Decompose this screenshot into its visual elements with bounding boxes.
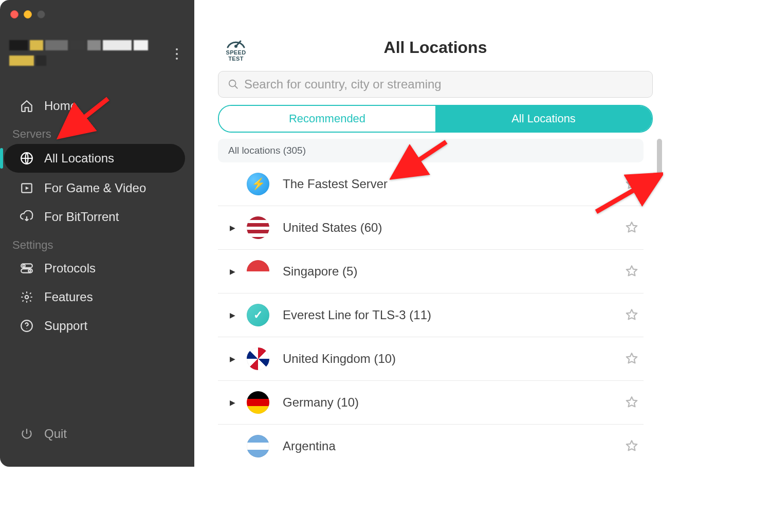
svg-point-5 (28, 270, 30, 272)
flag-icon (247, 260, 269, 283)
search-icon (228, 79, 239, 90)
main-panel: SPEED TEST All Locations Search for coun… (194, 0, 676, 467)
sidebar-item-label: All Locations (44, 151, 114, 166)
sidebar-section-servers: Servers (0, 120, 194, 143)
sidebar-item-support[interactable]: Support (0, 311, 194, 340)
svg-point-10 (229, 80, 236, 87)
location-name: United Kingdom (10) (283, 352, 396, 366)
location-name: The Fastest Server (283, 177, 388, 191)
flag-icon (247, 173, 269, 195)
favorite-star-icon[interactable] (625, 352, 638, 365)
favorite-star-icon[interactable] (625, 177, 638, 191)
gear-icon (20, 290, 34, 304)
locations-list[interactable]: All locations (305) The Fastest Server▶U… (218, 139, 644, 467)
help-icon (20, 319, 34, 333)
flag-icon (247, 347, 269, 370)
location-name: Singapore (5) (283, 264, 357, 279)
expand-icon[interactable]: ▶ (218, 355, 247, 363)
sidebar-item-game-video[interactable]: For Game & Video (0, 174, 194, 203)
sidebar-item-quit[interactable]: Quit (0, 419, 194, 448)
location-row[interactable]: ▶Germany (10) (218, 381, 644, 425)
location-row[interactable]: ▶Everest Line for TLS-3 (11) (218, 293, 644, 337)
sidebar-section-settings: Settings (0, 231, 194, 254)
sidebar-item-protocols[interactable]: Protocols (0, 254, 194, 283)
expand-icon[interactable]: ▶ (218, 224, 247, 232)
sidebar-item-features[interactable]: Features (0, 283, 194, 311)
location-row[interactable]: ▶United Kingdom (10) (218, 337, 644, 381)
power-icon (20, 427, 34, 441)
tab-all-locations[interactable]: All Locations (435, 106, 652, 132)
sidebar-item-label: Features (44, 290, 93, 304)
expand-icon[interactable]: ▶ (218, 398, 247, 407)
location-row[interactable]: The Fastest Server (218, 162, 644, 206)
expand-icon[interactable]: ▶ (218, 311, 247, 319)
toggle-icon (20, 261, 34, 276)
sidebar-item-label: Quit (44, 427, 67, 441)
tabs: Recommended All Locations (218, 105, 653, 133)
sidebar-item-home[interactable]: Home (0, 91, 194, 120)
search-placeholder: Search for country, city or streaming (244, 77, 442, 91)
sidebar-item-all-locations[interactable]: All Locations (4, 144, 185, 173)
location-name: Argentina (283, 439, 336, 453)
globe-icon (20, 151, 34, 166)
minimize-window-button[interactable] (24, 10, 32, 19)
favorite-star-icon[interactable] (625, 221, 638, 234)
location-name: Germany (10) (283, 395, 359, 410)
sidebar-item-label: Home (44, 99, 77, 113)
sidebar-item-label: For BitTorrent (44, 210, 119, 224)
favorite-star-icon[interactable] (625, 396, 638, 409)
maximize-window-button[interactable] (37, 10, 45, 19)
home-icon (20, 99, 34, 113)
location-name: Everest Line for TLS-3 (11) (283, 308, 431, 322)
page-title: All Locations (194, 38, 676, 57)
sidebar: Home Servers All Locations For Game & Vi… (0, 0, 194, 467)
location-row[interactable]: Argentina (218, 425, 644, 467)
expand-icon[interactable]: ▶ (218, 267, 247, 276)
more-menu-icon[interactable] (172, 48, 182, 60)
svg-point-6 (25, 296, 29, 299)
favorite-star-icon[interactable] (625, 439, 638, 453)
locations-count: All locations (305) (218, 139, 644, 162)
sidebar-item-label: Protocols (44, 261, 96, 276)
location-row[interactable]: ▶United States (60) (218, 206, 644, 250)
sidebar-item-bittorrent[interactable]: For BitTorrent (0, 203, 194, 231)
location-name: United States (60) (283, 221, 382, 235)
svg-point-8 (26, 328, 27, 329)
scrollbar[interactable] (657, 139, 662, 175)
search-input[interactable]: Search for country, city or streaming (218, 71, 653, 98)
favorite-star-icon[interactable] (625, 265, 638, 278)
sidebar-item-label: For Game & Video (44, 181, 146, 195)
sidebar-nav: Home Servers All Locations For Game & Vi… (0, 91, 194, 340)
location-row[interactable]: ▶Singapore (5) (218, 250, 644, 293)
flag-icon (247, 391, 269, 414)
close-window-button[interactable] (10, 10, 19, 19)
sidebar-item-label: Support (44, 319, 87, 333)
download-cloud-icon (20, 210, 34, 224)
flag-icon (247, 435, 269, 457)
flag-icon (247, 304, 269, 326)
play-icon (20, 181, 34, 195)
flag-icon (247, 216, 269, 239)
favorite-star-icon[interactable] (625, 308, 638, 322)
window-controls (10, 10, 45, 19)
app-brand-area (9, 40, 185, 71)
tab-recommended[interactable]: Recommended (219, 106, 435, 132)
sidebar-quit: Quit (0, 419, 194, 448)
svg-point-3 (23, 265, 25, 267)
